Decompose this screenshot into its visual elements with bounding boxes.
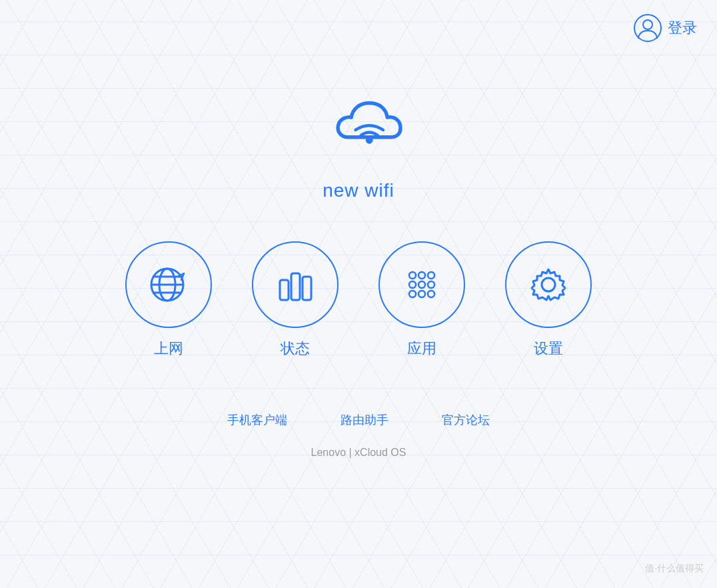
footer-link-mobile[interactable]: 手机客户端 [227,412,287,428]
globe-icon [145,261,192,308]
nav-label-internet: 上网 [154,339,183,359]
nav-circle-status[interactable] [252,241,339,328]
svg-point-16 [428,281,434,288]
grid-icon [398,261,445,308]
nav-label-status: 状态 [281,339,310,359]
footer-links: 手机客户端 路由助手 官方论坛 [227,412,490,428]
svg-rect-10 [303,277,311,300]
svg-point-2 [366,137,373,144]
watermark-text: 值·什么值得买 [645,563,704,575]
nav-item-apps[interactable]: 应用 [378,241,465,359]
svg-point-11 [409,272,416,279]
svg-point-19 [428,291,434,297]
nav-label-apps: 应用 [407,339,436,359]
svg-point-13 [428,272,434,279]
logo-area: new wifi [299,80,418,201]
nav-circle-internet[interactable] [125,241,212,328]
nav-item-status[interactable]: 状态 [252,241,339,359]
svg-point-17 [409,291,416,297]
nav-icons: 上网 状态 [125,241,592,359]
footer-brand: Lenovo | xCloud OS [311,447,406,459]
main-content: new wifi 上网 [0,0,717,588]
footer-link-router[interactable]: 路由助手 [341,412,388,428]
nav-label-settings: 设置 [534,339,563,359]
svg-point-15 [418,281,425,288]
cloud-wifi-logo [299,80,418,173]
svg-point-20 [542,278,555,291]
svg-point-12 [418,272,425,279]
svg-rect-9 [291,273,300,300]
nav-item-internet[interactable]: 上网 [125,241,212,359]
brand-name: new wifi [323,180,394,201]
footer-link-forum[interactable]: 官方论坛 [442,412,490,428]
nav-circle-settings[interactable] [505,241,592,328]
watermark: 值·什么值得买 [645,563,704,575]
svg-point-14 [409,281,416,288]
nav-circle-apps[interactable] [378,241,465,328]
bar-chart-icon [272,261,319,308]
gear-icon [525,261,572,308]
nav-item-settings[interactable]: 设置 [505,241,592,359]
svg-rect-8 [280,280,289,300]
svg-point-18 [418,291,425,297]
